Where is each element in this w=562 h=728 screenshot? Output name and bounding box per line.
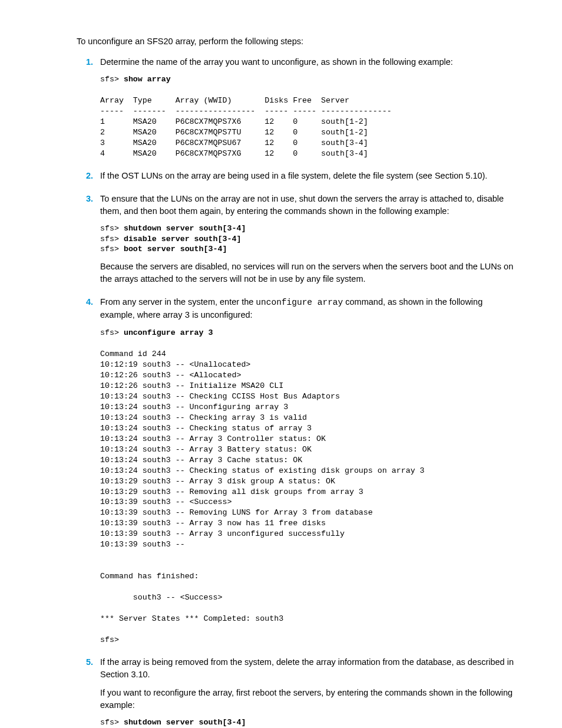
step-number: 3. [77, 193, 93, 205]
prompt: sfs> [100, 245, 119, 253]
command: show array [124, 75, 171, 84]
step-text: To ensure that the LUNs on the array are… [100, 193, 515, 218]
inline-code: unconfigure array [256, 298, 343, 307]
step-text: From any server in the system, enter the… [100, 296, 515, 322]
step-body: If the array is being removed from the s… [100, 656, 515, 728]
output-table: Array Type Array (WWID) Disks Free Serve… [100, 96, 392, 158]
prompt: sfs> [100, 224, 119, 233]
code-block: sfs> shutdown server south[3-4] sfs> boo… [100, 717, 515, 728]
step-body: From any server in the system, enter the… [100, 296, 515, 645]
command: disable server south[3-4] [124, 235, 242, 243]
prompt: sfs> [100, 75, 119, 84]
step-text: If the OST LUNs on the array are being u… [100, 170, 515, 182]
code-block: sfs> show array Array Type Array (WWID) … [100, 74, 515, 159]
step-number: 4. [77, 296, 93, 308]
command: unconfigure array 3 [124, 328, 213, 337]
code-block: sfs> shutdown server south[3-4] sfs> dis… [100, 223, 515, 255]
step-number: 5. [77, 656, 93, 668]
step-text: Determine the name of the array you want… [100, 56, 515, 68]
intro-text: To unconfigure an SFS20 array, perform t… [41, 35, 515, 48]
step-body: If the OST LUNs on the array are being u… [100, 170, 515, 182]
inline-code: 3 [184, 311, 190, 320]
prompt: sfs> [100, 235, 119, 243]
prompt: sfs> [100, 718, 119, 727]
output: Command id 244 10:12:19 south3 -- <Unall… [100, 350, 425, 644]
command: shutdown server south[3-4] [124, 224, 246, 233]
step-4: 4. From any server in the system, enter … [41, 296, 515, 645]
command: boot server south[3-4] [124, 245, 227, 253]
step-1: 1. Determine the name of the array you w… [41, 56, 515, 159]
code-block: sfs> unconfigure array 3 Command id 244 … [100, 328, 515, 645]
page: To unconfigure an SFS20 array, perform t… [0, 0, 562, 728]
step-text: If the array is being removed from the s… [100, 656, 515, 681]
step-text: If you want to reconfigure the array, fi… [100, 687, 515, 711]
step-3: 3. To ensure that the LUNs on the array … [41, 193, 515, 286]
step-2: 2. If the OST LUNs on the array are bein… [41, 170, 515, 182]
step-5: 5. If the array is being removed from th… [41, 656, 515, 728]
step-number: 1. [77, 56, 93, 68]
command: shutdown server south[3-4] [124, 718, 246, 727]
step-after-text: Because the servers are disabled, no ser… [100, 261, 515, 285]
step-body: To ensure that the LUNs on the array are… [100, 193, 515, 286]
step-number: 2. [77, 170, 93, 182]
prompt: sfs> [100, 328, 119, 337]
step-body: Determine the name of the array you want… [100, 56, 515, 159]
steps-list: 1. Determine the name of the array you w… [41, 56, 515, 728]
